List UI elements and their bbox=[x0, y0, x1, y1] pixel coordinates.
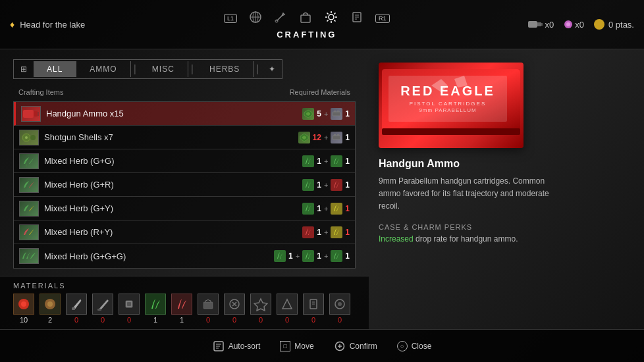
item-3d-image: RED EAGLE PISTOL CARTRIDGES 9mm PARABELL… bbox=[379, 63, 523, 148]
tab-all[interactable]: ALL bbox=[34, 61, 76, 77]
mat-icon-hg-7c bbox=[331, 250, 342, 262]
move-btn[interactable]: □ Move bbox=[280, 341, 313, 351]
mat-icon-hg-7a bbox=[274, 250, 286, 262]
mat-count-hg-7a: 1 bbox=[288, 251, 293, 261]
item-row-6[interactable]: Mixed Herb (R+Y) 1 + 1 bbox=[14, 220, 355, 244]
mat-count-hg-3b: 1 bbox=[345, 157, 350, 166]
item-materials-1: 5 + 1 bbox=[302, 108, 350, 120]
svg-rect-18 bbox=[38, 112, 39, 116]
mat-inv-icon-10 bbox=[250, 294, 271, 315]
mat-icon-hg-7b bbox=[302, 250, 314, 262]
location-icon: ♦ bbox=[10, 19, 14, 30]
item-name-1: Handgun Ammo x15 bbox=[46, 109, 302, 118]
crafting-icon[interactable] bbox=[324, 10, 338, 27]
item-name-6: Mixed Herb (R+Y) bbox=[44, 227, 302, 237]
mat-inv-item-9: 0 bbox=[224, 294, 245, 324]
tab-ammo[interactable]: AMMO bbox=[76, 61, 130, 77]
map-icon[interactable] bbox=[249, 11, 262, 26]
item-icon-herb-3 bbox=[19, 153, 39, 169]
ammo-count: x0 bbox=[545, 20, 554, 30]
svg-text:PISTOL CARTRIDGES: PISTOL CARTRIDGES bbox=[410, 101, 487, 107]
item-row-7[interactable]: Mixed Herb (G+G+G) 1 + 1 + 1 bbox=[14, 244, 355, 268]
hud-right: x0 x0 0 ptas. bbox=[528, 19, 634, 30]
mat-plus-1: + bbox=[324, 110, 328, 118]
svg-rect-5 bbox=[301, 15, 310, 22]
move-label: Move bbox=[294, 342, 313, 351]
items-list: Handgun Ammo x15 5 + bbox=[13, 101, 356, 269]
special-count: x0 bbox=[575, 20, 584, 30]
mat-count-hy-6: 1 bbox=[345, 228, 350, 237]
mat-icon-hg-4 bbox=[302, 179, 314, 191]
materials-label: MATERIALS bbox=[13, 282, 356, 290]
svg-point-15 bbox=[566, 22, 570, 26]
item-row-2[interactable]: Shotgun Shells x7 12 + bbox=[14, 126, 355, 149]
item-icon-herb-7 bbox=[19, 248, 39, 264]
mat-inv-item-8: 0 bbox=[198, 294, 219, 324]
mat-inv-count-3: 0 bbox=[74, 316, 78, 324]
detail-panel: RED EAGLE PISTOL CARTRIDGES 9mm PARABELL… bbox=[369, 53, 644, 329]
mat-count-hg-5: 1 bbox=[317, 204, 321, 213]
mat-count-hr-6: 1 bbox=[317, 228, 321, 237]
mat-icon-hg-5 bbox=[302, 203, 314, 215]
mat-inv-icon-11 bbox=[277, 294, 298, 315]
mat-count-gp-2: 12 bbox=[313, 133, 321, 142]
item-icon-herb-5 bbox=[19, 201, 39, 217]
mat-inv-item-5: 0 bbox=[119, 294, 140, 324]
mat-inv-item-3: 0 bbox=[66, 294, 87, 324]
svg-rect-22 bbox=[334, 111, 336, 112]
hud-title: CRAFTING bbox=[277, 30, 336, 39]
mat-inv-count-4: 0 bbox=[101, 316, 105, 324]
filter-icon-left[interactable]: ⊞ bbox=[14, 61, 34, 77]
mat-inv-count-6: 1 bbox=[153, 316, 157, 324]
detail-item-name: Handgun Ammo bbox=[379, 158, 460, 170]
hud-location: ♦ Head for the lake bbox=[10, 19, 85, 30]
auto-sort-btn[interactable]: Auto-sort bbox=[213, 340, 261, 352]
item-row-5[interactable]: Mixed Herb (G+Y) 1 + 1 bbox=[14, 197, 355, 220]
mat-icon-hy-5 bbox=[331, 203, 342, 215]
mat-inv-item-7: 1 bbox=[171, 294, 192, 324]
svg-rect-35 bbox=[389, 76, 507, 122]
mat-inv-item-10: 0 bbox=[250, 294, 271, 324]
tab-misc[interactable]: MISC bbox=[139, 61, 188, 77]
hud-top: ♦ Head for the lake L1 bbox=[0, 0, 644, 49]
move-icon: □ bbox=[280, 341, 290, 351]
tools-icon[interactable] bbox=[274, 11, 287, 26]
mat-count-gp-1: 5 bbox=[317, 109, 321, 118]
mat-count-hr-4: 1 bbox=[345, 180, 350, 190]
mat-icon-gunpowder-2 bbox=[298, 132, 310, 143]
svg-rect-29 bbox=[333, 136, 340, 140]
svg-point-26 bbox=[25, 136, 28, 139]
item-row-4[interactable]: Mixed Herb (G+R) 1 + 1 bbox=[14, 173, 355, 197]
item-icon-herb-4 bbox=[19, 177, 39, 193]
mat-count-metal-2: 1 bbox=[345, 133, 350, 142]
item-materials-5: 1 + 1 bbox=[302, 203, 350, 215]
l1-button[interactable]: L1 bbox=[224, 14, 237, 23]
close-btn[interactable]: ○ Close bbox=[397, 341, 432, 351]
svg-point-55 bbox=[338, 302, 342, 306]
svg-point-25 bbox=[30, 135, 36, 140]
r1-button[interactable]: R1 bbox=[375, 14, 390, 23]
svg-point-41 bbox=[21, 301, 26, 307]
svg-rect-17 bbox=[34, 111, 38, 116]
bag-icon[interactable] bbox=[299, 11, 312, 26]
item-row-3[interactable]: Mixed Herb (G+G) 1 + 1 bbox=[14, 149, 355, 173]
mat-icon-hg-3a bbox=[302, 155, 314, 167]
mat-count-hy-5: 1 bbox=[345, 204, 350, 213]
item-name-5: Mixed Herb (G+Y) bbox=[44, 203, 302, 213]
mat-count-hg-7b: 1 bbox=[317, 251, 321, 261]
mat-plus-3: + bbox=[324, 157, 328, 165]
filter-icon-right[interactable]: ✦ bbox=[262, 61, 282, 77]
mat-plus-4: + bbox=[324, 181, 328, 189]
mat-inv-icon-7 bbox=[171, 294, 192, 315]
tab-herbs[interactable]: HERBS bbox=[196, 61, 254, 77]
auto-sort-label: Auto-sort bbox=[228, 342, 261, 351]
mat-inv-count-10: 0 bbox=[259, 316, 263, 324]
svg-rect-47 bbox=[127, 302, 131, 306]
mat-inv-item-13: 0 bbox=[329, 294, 350, 324]
files-icon[interactable] bbox=[350, 11, 363, 26]
mat-inv-count-11: 0 bbox=[285, 316, 289, 324]
materials-grid: 10 2 0 bbox=[13, 294, 356, 324]
confirm-btn[interactable]: Confirm bbox=[334, 340, 377, 352]
item-row-1[interactable]: Handgun Ammo x15 5 + bbox=[14, 102, 355, 126]
mat-plus-5: + bbox=[324, 205, 328, 213]
